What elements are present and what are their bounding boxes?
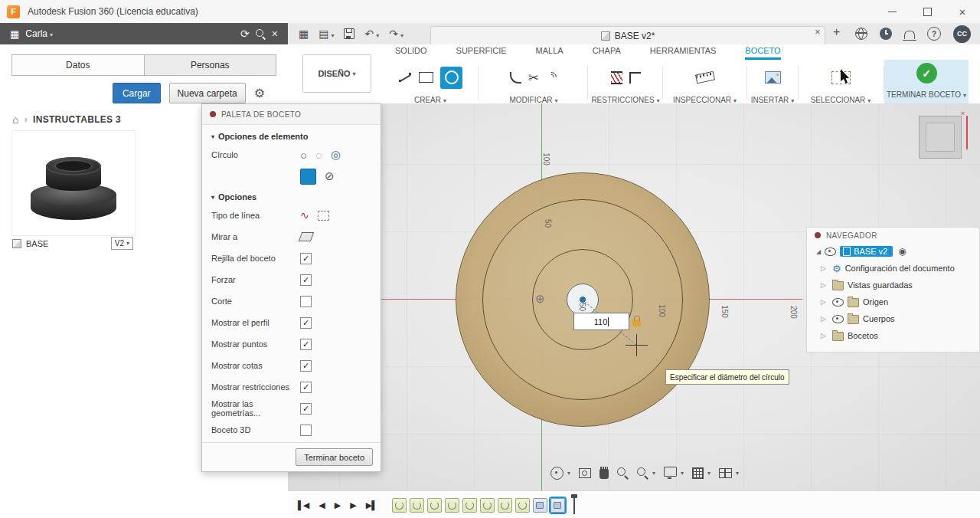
timeline-feature-icon-selected[interactable] bbox=[550, 498, 565, 513]
tab-superficie[interactable]: SUPERFICIE bbox=[456, 46, 507, 60]
minimize-button[interactable] bbox=[874, 0, 910, 23]
navigator-header[interactable]: NAVEGADOR bbox=[807, 228, 979, 243]
section-element-options[interactable]: ▾ Opciones de elemento bbox=[202, 126, 381, 144]
undo-icon[interactable]: ↶ bbox=[364, 28, 379, 40]
sketch-palette-header[interactable]: PALETA DE BOCETO bbox=[202, 104, 381, 125]
diameter-input[interactable]: 110 bbox=[573, 313, 629, 330]
navigator-item-origin[interactable]: ▷ Origen bbox=[807, 293, 979, 310]
timeline-step-back-button[interactable]: ◀ bbox=[318, 500, 324, 510]
file-menu-icon[interactable]: ▤ bbox=[318, 28, 334, 40]
circle-tangent-icon[interactable]: ◎ bbox=[331, 148, 341, 162]
section-options[interactable]: ▾ Opciones bbox=[202, 187, 381, 205]
constraint-hatch-icon[interactable] bbox=[611, 71, 622, 84]
new-document-tab-button[interactable]: + bbox=[833, 25, 840, 39]
checkbox[interactable]: ✓ bbox=[300, 339, 312, 350]
orbit-button[interactable] bbox=[548, 464, 573, 481]
visibility-eye-icon[interactable] bbox=[825, 248, 836, 256]
workspace-selector[interactable]: DISEÑO bbox=[302, 54, 371, 93]
display-settings-button[interactable] bbox=[662, 464, 686, 481]
tab-datos[interactable]: Datos bbox=[12, 55, 144, 75]
look-at-button[interactable] bbox=[577, 464, 593, 481]
activate-component-icon[interactable]: ◉ bbox=[898, 246, 906, 257]
timeline-feature-icon[interactable] bbox=[392, 498, 407, 513]
expander-icon[interactable]: ▷ bbox=[821, 332, 828, 339]
expander-icon[interactable]: ▷ bbox=[821, 298, 828, 306]
circle-2point-icon[interactable]: ◌ bbox=[315, 149, 322, 162]
circle-tool-icon-active[interactable] bbox=[440, 67, 462, 89]
timeline-feature-icon[interactable] bbox=[462, 498, 477, 513]
projects-grid-icon[interactable]: ▦ bbox=[10, 28, 19, 40]
checkbox[interactable]: ✓ bbox=[300, 317, 312, 329]
timeline-feature-icon[interactable] bbox=[533, 498, 547, 513]
search-icon[interactable] bbox=[256, 29, 266, 39]
style-swatch-icon[interactable] bbox=[300, 169, 316, 185]
document-tab[interactable]: BASE v2* bbox=[430, 26, 825, 45]
pan-button[interactable] bbox=[597, 464, 611, 481]
breadcrumb-project[interactable]: INSTRUCTABLES 3 bbox=[33, 114, 121, 125]
rectangle-tool-icon[interactable] bbox=[419, 72, 433, 83]
checkbox[interactable]: ✓ bbox=[300, 382, 312, 393]
finish-sketch-button[interactable]: ✓ TERMINAR BOCETO bbox=[884, 60, 969, 103]
measure-tool-icon[interactable] bbox=[695, 71, 715, 84]
visibility-eye-icon[interactable] bbox=[832, 298, 844, 307]
timeline-go-end-button[interactable]: ▶▌ bbox=[366, 500, 377, 510]
fit-button[interactable] bbox=[635, 464, 658, 481]
refresh-icon[interactable]: ⟳ bbox=[240, 28, 250, 40]
line-tool-icon[interactable] bbox=[398, 72, 412, 84]
tab-herramientas[interactable]: HERRAMIENTAS bbox=[650, 46, 717, 60]
home-icon[interactable]: ⌂ bbox=[12, 113, 19, 126]
viewcube[interactable] bbox=[919, 116, 962, 159]
timeline-step-forward-button[interactable]: ▶ bbox=[350, 500, 355, 510]
redo-icon[interactable]: ↷ bbox=[389, 28, 403, 40]
version-dropdown[interactable]: V2 bbox=[111, 237, 133, 250]
tab-solido[interactable]: SOLIDO bbox=[395, 46, 427, 60]
project-item-thumbnail[interactable] bbox=[11, 130, 136, 236]
checkbox[interactable] bbox=[300, 425, 312, 436]
tab-malla[interactable]: MALLA bbox=[536, 46, 564, 60]
show-data-panel-icon[interactable]: ▦ bbox=[299, 28, 309, 40]
checkbox[interactable]: ✓ bbox=[300, 360, 312, 372]
navigator-item-base[interactable]: ◢ BASE v2 ◉ bbox=[807, 243, 979, 260]
timeline-play-button[interactable]: ▶ bbox=[335, 500, 340, 510]
grid-settings-button[interactable] bbox=[690, 464, 713, 481]
navigator-item-bodies[interactable]: ▷ Cuerpos bbox=[807, 310, 979, 327]
new-folder-button[interactable]: Nueva carpeta bbox=[169, 83, 246, 103]
ellipse-mode-icon[interactable]: ⊘ bbox=[325, 169, 335, 183]
timeline-feature-icon[interactable] bbox=[427, 498, 442, 513]
timeline-feature-icon[interactable] bbox=[480, 498, 495, 513]
linetype-curve-icon[interactable]: ∿ bbox=[300, 209, 309, 221]
timeline-feature-icon[interactable] bbox=[410, 498, 424, 513]
data-panel-settings-icon[interactable]: ⚙ bbox=[254, 86, 265, 100]
dimension-lock-icon[interactable] bbox=[632, 320, 641, 326]
constraint-perpendicular-icon[interactable] bbox=[629, 72, 641, 84]
visibility-eye-icon[interactable] bbox=[832, 315, 844, 323]
help-icon[interactable]: ? bbox=[927, 27, 941, 41]
expander-icon[interactable]: ▷ bbox=[821, 281, 828, 289]
checkbox[interactable]: ✓ bbox=[300, 274, 312, 286]
project-item-row[interactable]: BASE V2 bbox=[12, 237, 133, 250]
trim-tool-icon[interactable]: ✂ bbox=[528, 70, 538, 85]
job-status-icon[interactable] bbox=[880, 28, 892, 40]
origin-point-icon[interactable]: ⊕ bbox=[535, 292, 545, 306]
finish-sketch-palette-button[interactable]: Terminar boceto bbox=[296, 448, 373, 466]
checkbox[interactable]: ✓ bbox=[300, 403, 312, 415]
circle-center-icon[interactable]: ○ bbox=[300, 149, 307, 162]
offset-tool-icon[interactable] bbox=[546, 72, 557, 84]
team-selector[interactable]: Carla bbox=[25, 28, 53, 39]
navigator-item-sketches[interactable]: ▷ Bocetos bbox=[807, 327, 979, 344]
checkbox[interactable]: ✓ bbox=[300, 253, 312, 264]
tab-personas[interactable]: Personas bbox=[144, 55, 276, 75]
close-button[interactable]: × bbox=[945, 0, 980, 23]
selected-document-pill[interactable]: BASE v2 bbox=[840, 246, 893, 257]
look-at-plane-icon[interactable] bbox=[299, 232, 314, 241]
notifications-bell-icon[interactable] bbox=[904, 31, 915, 39]
timeline-go-start-button[interactable]: ▌◀ bbox=[298, 500, 309, 510]
fillet-tool-icon[interactable] bbox=[510, 72, 521, 84]
timeline-feature-icon[interactable] bbox=[445, 498, 459, 513]
timeline-feature-icon[interactable] bbox=[498, 498, 512, 513]
timeline-feature-icon[interactable] bbox=[515, 498, 530, 513]
upload-button[interactable]: Cargar bbox=[113, 83, 161, 103]
timeline-position-marker[interactable] bbox=[573, 496, 575, 514]
navigator-item-saved-views[interactable]: ▷ Vistas guardadas bbox=[807, 277, 979, 293]
tab-boceto[interactable]: BOCETO bbox=[745, 46, 780, 60]
